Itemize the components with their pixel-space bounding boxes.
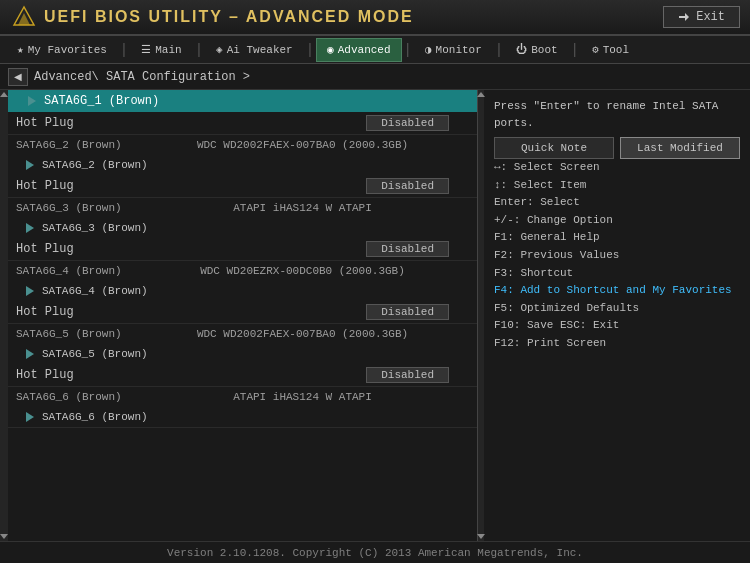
sata6g6-info: SATA6G_6 (Brown) ATAPI iHAS124 W ATAPI <box>8 387 477 407</box>
sata6g3-sub[interactable]: SATA6G_3 (Brown) <box>8 218 477 238</box>
sata6g2-hotplug-btn[interactable]: Disabled <box>366 178 449 194</box>
expand-icon <box>26 412 34 422</box>
sata-section-4: SATA6G_4 (Brown) WDC WD20EZRX-00DC0B0 (2… <box>8 261 477 324</box>
app-title: UEFI BIOS UTILITY – ADVANCED MODE <box>44 8 414 26</box>
hint-change-option: +/-: Change Option <box>494 212 740 230</box>
nav-separator: | <box>306 42 314 58</box>
tab-main[interactable]: ☰ Main <box>130 38 192 62</box>
exit-icon <box>678 11 690 23</box>
boot-icon: ⏻ <box>516 43 527 56</box>
svg-marker-3 <box>685 13 689 21</box>
sata6g5-info: SATA6G_5 (Brown) WDC WD2002FAEX-007BA0 (… <box>8 324 477 344</box>
tab-boot[interactable]: ⏻ Boot <box>505 38 568 62</box>
sata6g4-hotplug-row: Hot Plug Disabled <box>8 301 477 323</box>
sata6g5-hotplug-row: Hot Plug Disabled <box>8 364 477 386</box>
sata6g3-hotplug-row: Hot Plug Disabled <box>8 238 477 260</box>
main-content: SATA6G_1 (Brown) Hot Plug Disabled SATA6… <box>0 90 750 541</box>
tweaker-icon: ◈ <box>216 43 223 56</box>
sata6g2-sub[interactable]: SATA6G_2 (Brown) <box>8 155 477 175</box>
sata6g5-sub[interactable]: SATA6G_5 (Brown) <box>8 344 477 364</box>
scroll-up-arrow[interactable] <box>0 92 8 97</box>
expand-icon <box>26 160 34 170</box>
hint-enter: Enter: Select <box>494 194 740 212</box>
back-button[interactable]: ◀ <box>8 68 28 86</box>
sata6g1-header[interactable]: SATA6G_1 (Brown) <box>8 90 477 112</box>
sata6g1-hotplug-btn[interactable]: Disabled <box>366 115 449 131</box>
nav-separator: | <box>495 42 503 58</box>
hint-f3: F3: Shortcut <box>494 265 740 283</box>
monitor-icon: ◑ <box>425 43 432 56</box>
nav-separator: | <box>571 42 579 58</box>
sata6g1-hotplug-row: Hot Plug Disabled <box>8 112 477 134</box>
hint-f10: F10: Save ESC: Exit <box>494 317 740 335</box>
breadcrumb: Advanced\ SATA Configuration > <box>34 70 250 84</box>
expand-icon <box>26 286 34 296</box>
sata6g4-hotplug-btn[interactable]: Disabled <box>366 304 449 320</box>
asus-logo-icon <box>10 3 38 31</box>
sata-section-5: SATA6G_5 (Brown) WDC WD2002FAEX-007BA0 (… <box>8 324 477 387</box>
scroll-down-arrow[interactable] <box>0 534 8 539</box>
sata6g3-info: SATA6G_3 (Brown) ATAPI iHAS124 W ATAPI <box>8 198 477 218</box>
sata6g4-sub[interactable]: SATA6G_4 (Brown) <box>8 281 477 301</box>
right-scroll-up[interactable] <box>477 92 485 97</box>
right-scroll-down[interactable] <box>477 534 485 539</box>
left-panel: SATA6G_1 (Brown) Hot Plug Disabled SATA6… <box>0 90 478 541</box>
nav-separator: | <box>120 42 128 58</box>
sata6g6-sub[interactable]: SATA6G_6 (Brown) <box>8 407 477 427</box>
tab-advanced[interactable]: ◉ Advanced <box>316 38 401 62</box>
sata6g2-hotplug-row: Hot Plug Disabled <box>8 175 477 197</box>
expand-icon <box>26 223 34 233</box>
utility-buttons-row: Quick Note Last Modified <box>494 137 740 159</box>
menu-icon: ☰ <box>141 43 151 56</box>
right-panel: Press "Enter" to rename Intel SATA ports… <box>478 90 750 541</box>
sata-section-3: SATA6G_3 (Brown) ATAPI iHAS124 W ATAPI S… <box>8 198 477 261</box>
nav-separator: | <box>195 42 203 58</box>
expand-icon <box>28 96 36 106</box>
right-content: Press "Enter" to rename Intel SATA ports… <box>494 98 740 353</box>
tab-ai-tweaker[interactable]: ◈ Ai Tweaker <box>205 38 304 62</box>
exit-button[interactable]: Exit <box>663 6 740 28</box>
hint-f12: F12: Print Screen <box>494 335 740 353</box>
sata-section-6: SATA6G_6 (Brown) ATAPI iHAS124 W ATAPI S… <box>8 387 477 428</box>
sata6g4-info: SATA6G_4 (Brown) WDC WD20EZRX-00DC0B0 (2… <box>8 261 477 281</box>
hotplug-label: Hot Plug <box>16 305 136 319</box>
svg-rect-2 <box>679 16 686 18</box>
quick-note-button[interactable]: Quick Note <box>494 137 614 159</box>
tab-tool[interactable]: ⚙ Tool <box>581 38 640 62</box>
key-hints: ↔: Select Screen ↕: Select Item Enter: S… <box>494 159 740 353</box>
tab-monitor[interactable]: ◑ Monitor <box>414 38 493 62</box>
left-scrollbar[interactable] <box>0 90 8 541</box>
footer: Version 2.10.1208. Copyright (C) 2013 Am… <box>0 541 750 563</box>
nav-separator: | <box>404 42 412 58</box>
breadcrumb-bar: ◀ Advanced\ SATA Configuration > <box>0 64 750 90</box>
hotplug-label: Hot Plug <box>16 179 136 193</box>
sata-section-2: SATA6G_2 (Brown) WDC WD2002FAEX-007BA0 (… <box>8 135 477 198</box>
tool-icon: ⚙ <box>592 43 599 56</box>
sata6g3-hotplug-btn[interactable]: Disabled <box>366 241 449 257</box>
hint-select-screen: ↔: Select Screen <box>494 159 740 177</box>
advanced-icon: ◉ <box>327 43 334 56</box>
sata-section-1: SATA6G_1 (Brown) Hot Plug Disabled <box>8 90 477 135</box>
star-icon: ★ <box>17 43 24 56</box>
hotplug-label: Hot Plug <box>16 116 136 130</box>
sata6g2-info: SATA6G_2 (Brown) WDC WD2002FAEX-007BA0 (… <box>8 135 477 155</box>
help-text: Press "Enter" to rename Intel SATA ports… <box>494 98 740 131</box>
hotplug-label: Hot Plug <box>16 242 136 256</box>
hotplug-label: Hot Plug <box>16 368 136 382</box>
nav-bar: ★ My Favorites | ☰ Main | ◈ Ai Tweaker |… <box>0 36 750 64</box>
hint-f4: F4: Add to Shortcut and My Favorites <box>494 282 740 300</box>
hint-f5: F5: Optimized Defaults <box>494 300 740 318</box>
hint-select-item: ↕: Select Item <box>494 177 740 195</box>
hint-f2: F2: Previous Values <box>494 247 740 265</box>
logo: UEFI BIOS UTILITY – ADVANCED MODE <box>10 3 414 31</box>
sata6g5-hotplug-btn[interactable]: Disabled <box>366 367 449 383</box>
expand-icon <box>26 349 34 359</box>
tab-favorites[interactable]: ★ My Favorites <box>6 38 118 62</box>
header-bar: UEFI BIOS UTILITY – ADVANCED MODE Exit <box>0 0 750 36</box>
hint-f1: F1: General Help <box>494 229 740 247</box>
last-modified-button[interactable]: Last Modified <box>620 137 740 159</box>
right-scrollbar[interactable] <box>478 90 484 541</box>
